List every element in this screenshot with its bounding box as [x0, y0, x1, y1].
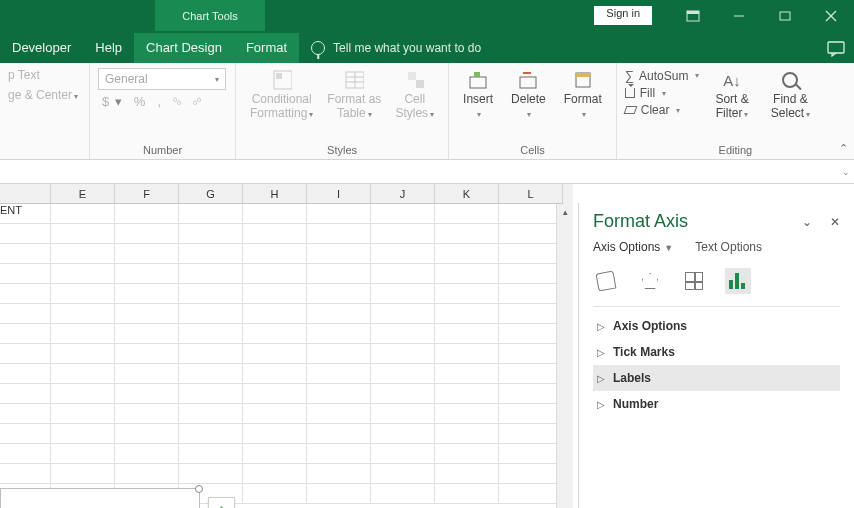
- group-label-styles: Styles: [244, 144, 440, 157]
- col-header-g[interactable]: G: [179, 184, 243, 204]
- chevron-right-icon: ▷: [597, 347, 605, 358]
- comma-button[interactable]: ,: [157, 94, 161, 109]
- axis-options-icon[interactable]: [725, 268, 751, 294]
- magnifier-icon: [782, 72, 798, 88]
- col-header-l[interactable]: L: [499, 184, 563, 204]
- maximize-button[interactable]: [762, 0, 808, 31]
- col-header-k[interactable]: K: [435, 184, 499, 204]
- tab-chart-design[interactable]: Chart Design: [134, 33, 234, 63]
- section-labels[interactable]: ▷Labels: [593, 365, 840, 391]
- insert-button[interactable]: Insert▾: [457, 68, 499, 121]
- ribbon-group-editing: ∑AutoSum▾ Fill▾ Clear▾ A↓Sort &Filter▾ F…: [617, 63, 854, 159]
- tell-me-placeholder: Tell me what you want to do: [333, 41, 481, 55]
- increase-decimal-button[interactable]: ⁰₀: [173, 96, 181, 107]
- svg-rect-15: [470, 77, 486, 88]
- wrap-text-button[interactable]: p Text: [8, 68, 81, 82]
- tab-format[interactable]: Format: [234, 33, 299, 63]
- svg-rect-1: [687, 11, 699, 14]
- pane-close-icon[interactable]: ✕: [830, 215, 840, 229]
- formula-bar[interactable]: ⌄: [0, 160, 854, 184]
- conditional-formatting-button[interactable]: ConditionalFormatting▾: [244, 68, 319, 123]
- cell-partial-text[interactable]: ENT: [0, 204, 51, 224]
- chevron-right-icon: ▷: [597, 399, 605, 410]
- svg-rect-6: [828, 42, 844, 53]
- tab-developer[interactable]: Developer: [0, 33, 83, 63]
- pane-title: Format Axis: [593, 211, 688, 232]
- col-header-e[interactable]: E: [51, 184, 115, 204]
- col-header-i[interactable]: I: [307, 184, 371, 204]
- chevron-right-icon: ▷: [597, 321, 605, 332]
- ribbon-group-number: General▾ $ ▾ % , ⁰₀ ₀⁰ Number: [90, 63, 236, 159]
- ribbon-group-alignment: p Text ge & Center▾: [0, 63, 90, 159]
- autosum-button[interactable]: ∑AutoSum▾: [625, 68, 700, 83]
- fill-line-icon[interactable]: [593, 268, 619, 294]
- size-properties-icon[interactable]: [681, 268, 707, 294]
- chevron-right-icon: ▷: [597, 373, 605, 384]
- chart-resize-handle-tr[interactable]: [195, 485, 203, 493]
- text-options-tab[interactable]: Text Options: [695, 240, 762, 254]
- format-button[interactable]: Format▾: [558, 68, 608, 121]
- ribbon-group-styles: ConditionalFormatting▾ Format asTable▾ C…: [236, 63, 449, 159]
- feedback-icon[interactable]: [818, 41, 854, 63]
- minimize-button[interactable]: [716, 0, 762, 31]
- sign-in-button[interactable]: Sign in: [594, 6, 652, 25]
- section-tick-marks[interactable]: ▷Tick Marks: [593, 339, 840, 365]
- eraser-icon: [623, 106, 637, 114]
- col-header-f[interactable]: F: [115, 184, 179, 204]
- clear-button[interactable]: Clear▾: [625, 103, 700, 117]
- column-headers[interactable]: E F G H I J K L: [0, 184, 573, 204]
- ribbon-tabs: Developer Help Chart Design Format Tell …: [0, 31, 854, 63]
- ribbon: p Text ge & Center▾ General▾ $ ▾ % , ⁰₀ …: [0, 63, 854, 160]
- group-label-alignment: [8, 156, 81, 157]
- svg-rect-17: [520, 77, 536, 88]
- ribbon-display-options-icon[interactable]: [670, 0, 716, 31]
- vertical-scrollbar[interactable]: ▴: [556, 204, 573, 508]
- worksheet-grid[interactable]: E F G H I J K L ENT ▴ +: [0, 184, 573, 508]
- lightbulb-icon: [311, 41, 325, 55]
- col-header-j[interactable]: J: [371, 184, 435, 204]
- embedded-chart[interactable]: +: [0, 488, 200, 508]
- find-select-button[interactable]: Find &Select▾: [765, 68, 816, 123]
- section-number[interactable]: ▷Number: [593, 391, 840, 417]
- group-label-cells: Cells: [457, 144, 608, 157]
- tell-me-search[interactable]: Tell me what you want to do: [299, 34, 493, 63]
- group-label-editing: Editing: [625, 144, 846, 157]
- svg-rect-13: [408, 72, 416, 80]
- svg-rect-20: [576, 73, 590, 77]
- ribbon-group-cells: Insert▾ Delete▾ Format▾ Cells: [449, 63, 617, 159]
- expand-formula-bar-icon[interactable]: ⌄: [842, 167, 850, 177]
- format-as-table-button[interactable]: Format asTable▾: [321, 68, 387, 123]
- group-label-number: Number: [98, 144, 227, 157]
- col-header-h[interactable]: H: [243, 184, 307, 204]
- title-bar: Chart Tools Sign in: [0, 0, 854, 31]
- svg-rect-3: [780, 12, 790, 20]
- svg-rect-16: [474, 72, 480, 77]
- plus-icon: +: [217, 501, 227, 509]
- number-format-dropdown[interactable]: General▾: [98, 68, 226, 90]
- delete-button[interactable]: Delete▾: [505, 68, 552, 121]
- merge-center-button[interactable]: ge & Center▾: [8, 88, 81, 102]
- chart-tools-contextual-tab: Chart Tools: [155, 0, 265, 31]
- cell-styles-button[interactable]: CellStyles▾: [389, 68, 440, 123]
- fill-button[interactable]: Fill▾: [625, 86, 700, 100]
- decrease-decimal-button[interactable]: ₀⁰: [193, 96, 201, 107]
- close-button[interactable]: [808, 0, 854, 31]
- collapse-ribbon-icon[interactable]: ⌃: [839, 142, 848, 155]
- svg-rect-14: [416, 80, 424, 88]
- scroll-up-icon[interactable]: ▴: [557, 204, 573, 221]
- axis-options-tab[interactable]: Axis Options▼: [593, 240, 673, 254]
- chart-elements-button[interactable]: +: [208, 497, 235, 508]
- sort-icon: A↓: [723, 72, 741, 89]
- tab-help[interactable]: Help: [83, 33, 134, 63]
- effects-icon[interactable]: [637, 268, 663, 294]
- fill-down-icon: [625, 88, 635, 98]
- format-axis-pane: Format Axis ⌄ ✕ Axis Options▼ Text Optio…: [578, 203, 854, 508]
- accounting-format-button[interactable]: $ ▾: [102, 94, 122, 109]
- percent-button[interactable]: %: [134, 94, 146, 109]
- section-axis-options[interactable]: ▷Axis Options: [593, 313, 840, 339]
- sort-filter-button[interactable]: A↓Sort &Filter▾: [709, 68, 754, 123]
- pane-options-icon[interactable]: ⌄: [802, 215, 812, 229]
- svg-rect-8: [276, 73, 282, 79]
